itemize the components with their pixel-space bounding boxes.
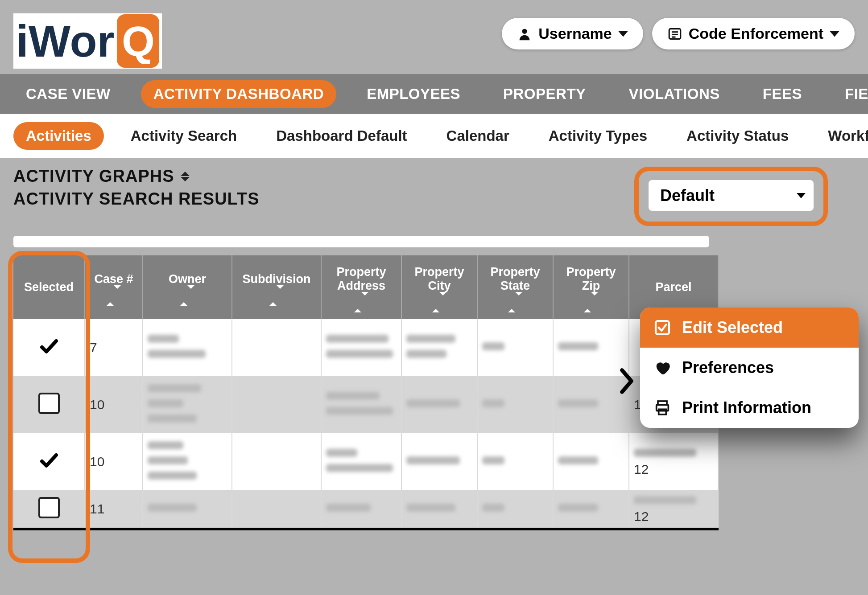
cell-city <box>401 319 477 376</box>
svg-rect-5 <box>656 321 669 334</box>
heart-icon <box>653 359 671 377</box>
col-case-number[interactable]: Case # <box>85 255 143 319</box>
checkbox-icon <box>653 319 671 336</box>
col-owner[interactable]: Owner <box>143 255 232 319</box>
user-icon <box>517 26 532 41</box>
cell-city <box>401 433 477 490</box>
cell-zip <box>553 490 629 529</box>
expand-collapse-icon <box>181 172 190 181</box>
menu-preferences[interactable]: Preferences <box>640 348 859 388</box>
cell-subdivision <box>232 490 321 529</box>
cell-subdivision <box>232 376 321 433</box>
view-select[interactable]: Default <box>649 180 814 211</box>
cell-parcel: 12 <box>629 490 718 529</box>
menu-label: Edit Selected <box>682 318 783 337</box>
logo-q-badge: Q <box>117 14 159 68</box>
cell-subdivision <box>232 319 321 376</box>
table-row[interactable]: 10 12 <box>13 376 718 433</box>
col-subdivision[interactable]: Subdivision <box>232 255 321 319</box>
cell-city <box>401 376 477 433</box>
module-dropdown[interactable]: Code Enforcement <box>652 18 855 49</box>
cell-owner <box>143 490 232 529</box>
menu-label: Print Information <box>682 398 811 417</box>
nav-property[interactable]: PROPERTY <box>491 80 599 108</box>
table-row[interactable]: 7 <box>13 319 718 376</box>
caret-down-icon <box>618 31 628 37</box>
cell-address <box>321 376 401 433</box>
svg-point-0 <box>522 29 527 33</box>
activity-graphs-heading[interactable]: ACTIVITY GRAPHS <box>13 167 260 186</box>
nav-case-view[interactable]: CASE VIEW <box>13 80 123 108</box>
cell-state <box>477 490 553 529</box>
col-property-address[interactable]: Property Address <box>321 255 401 319</box>
caret-down-icon <box>830 31 839 37</box>
cell-case: 10 <box>85 376 143 433</box>
col-property-city[interactable]: Property City <box>401 255 477 319</box>
cell-state <box>477 319 553 376</box>
tab-workflows[interactable]: Workflows <box>815 122 868 150</box>
main-nav: CASE VIEW ACTIVITY DASHBOARD EMPLOYEES P… <box>0 74 868 114</box>
cell-owner <box>143 376 232 433</box>
svg-rect-8 <box>659 409 666 414</box>
cell-state <box>477 376 553 433</box>
cell-address <box>321 490 401 529</box>
context-menu: Edit Selected Preferences Print Informat… <box>640 308 859 428</box>
tab-calendar[interactable]: Calendar <box>434 122 522 150</box>
nav-violations[interactable]: VIOLATIONS <box>616 80 732 108</box>
list-icon <box>667 26 682 41</box>
username-label: Username <box>538 25 612 42</box>
cell-case: 10 <box>85 433 143 490</box>
tab-activity-search[interactable]: Activity Search <box>118 122 249 150</box>
row-select-checkbox[interactable] <box>38 393 60 414</box>
nav-employees[interactable]: EMPLOYEES <box>354 80 473 108</box>
tab-activity-status[interactable]: Activity Status <box>674 122 801 150</box>
cell-owner <box>143 319 232 376</box>
tab-activity-types[interactable]: Activity Types <box>536 122 660 150</box>
logo-text-wor: Wor <box>29 19 115 63</box>
cell-owner <box>143 433 232 490</box>
tab-activities[interactable]: Activities <box>13 122 104 150</box>
row-selected-check-icon[interactable] <box>38 450 60 474</box>
row-selected-check-icon[interactable] <box>38 336 60 360</box>
table-row[interactable]: 10 12 <box>13 433 718 490</box>
logo: iWorQ <box>13 13 162 69</box>
view-select-highlight: Default <box>634 167 828 226</box>
menu-print-information[interactable]: Print Information <box>640 388 859 428</box>
col-selected[interactable]: Selected <box>13 255 85 319</box>
cell-case: 7 <box>85 319 143 376</box>
cell-address <box>321 319 401 376</box>
toolbar-spacer <box>13 236 709 247</box>
col-property-zip[interactable]: Property Zip <box>553 255 629 319</box>
nav-activity-dashboard[interactable]: ACTIVITY DASHBOARD <box>141 80 336 108</box>
activity-search-results-heading: ACTIVITY SEARCH RESULTS <box>13 189 260 209</box>
flyout-expand-arrow[interactable] <box>616 365 638 398</box>
cell-parcel: 12 <box>629 433 718 490</box>
row-select-checkbox[interactable] <box>38 497 60 518</box>
results-table: Selected Case # Owner Subdivision Proper… <box>13 255 719 530</box>
col-property-state[interactable]: Property State <box>477 255 553 319</box>
module-label: Code Enforcement <box>689 25 823 42</box>
cell-address <box>321 433 401 490</box>
cell-zip <box>553 433 629 490</box>
table-row[interactable]: 11 12 <box>13 490 718 529</box>
logo-text-i: i <box>16 19 29 63</box>
menu-edit-selected[interactable]: Edit Selected <box>640 308 859 348</box>
cell-state <box>477 433 553 490</box>
cell-subdivision <box>232 433 321 490</box>
sub-nav: Activities Activity Search Dashboard Def… <box>0 114 868 158</box>
menu-label: Preferences <box>682 358 774 377</box>
print-icon <box>653 399 671 417</box>
tab-dashboard-default[interactable]: Dashboard Default <box>264 122 419 150</box>
nav-fields[interactable]: FIELDS <box>832 80 868 108</box>
cell-city <box>401 490 477 529</box>
username-dropdown[interactable]: Username <box>502 18 643 49</box>
cell-case: 11 <box>85 490 143 529</box>
nav-fees[interactable]: FEES <box>750 80 814 108</box>
